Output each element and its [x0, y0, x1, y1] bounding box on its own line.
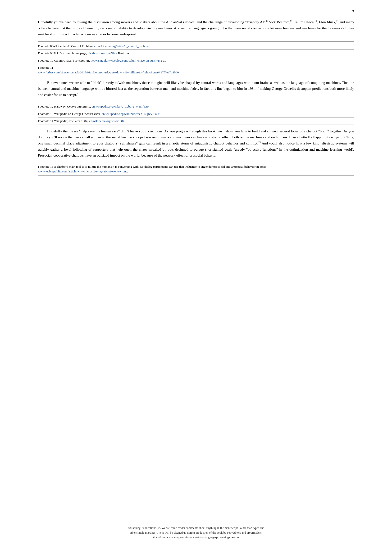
footnote-12-text: Haraway, [53, 105, 67, 108]
main-content: Hopefully you've been following the disc… [38, 19, 354, 175]
page-number: 7 [352, 9, 354, 14]
footnote-group-12-14: Footnote 12 Haraway, Cyborg Manifesto, e… [38, 102, 354, 125]
footnote-13: Footnote 13 Wikipedia on George Orwell's… [38, 110, 354, 118]
footnote-ref-9: 9 [290, 20, 292, 22]
footer-line-2: other simple mistakes. These will be cle… [0, 530, 392, 535]
footnote-9-link[interactable]: nickbostrom.com/Nick [88, 51, 117, 55]
footnote-9-after: Bostrom [117, 51, 129, 55]
footnote-13-label: Footnote 13 [38, 112, 53, 116]
ai-control-problem-italic: AI Control Problem [166, 20, 196, 24]
footnote-10-italic: Surviving AI, [73, 59, 90, 62]
paragraph-1: Hopefully you've been following the disc… [38, 19, 354, 37]
footnote-ref-15: 15 [258, 141, 260, 144]
footnote-ref-12: 12 [256, 86, 259, 89]
footnote-10: Footnote 10 Calum Chace, Surviving AI, w… [38, 57, 354, 64]
footer-line-3: https://forums.manning.com/forums/natura… [0, 535, 392, 540]
footnote-9: Footnote 9 Nick Bostrom, home page, nick… [38, 50, 354, 57]
page: 7 Hopefully you've been following the di… [0, 0, 392, 554]
footnote-12: Footnote 12 Haraway, Cyborg Manifesto, e… [38, 103, 354, 110]
footnote-12-label: Footnote 12 [38, 105, 53, 108]
footnote-8-label: Footnote 8 [38, 44, 52, 48]
footnote-11-link[interactable]: www.forbes.com/sites/ericmack/2015/01/15… [38, 71, 179, 74]
footnote-14-link[interactable]: en.wikipedia.org/wiki/1984 [89, 119, 124, 123]
footnote-15-label: Footnote 15 [38, 165, 53, 168]
footnote-15-link[interactable]: www.techrepublic.com/article/why-microso… [38, 170, 128, 173]
footnote-8-text: Wikipedia, AI Control Problem, [52, 44, 94, 48]
paragraph-2: But even once we are able to "think" dir… [38, 80, 354, 98]
footnote-ref-8: 8 [266, 20, 268, 22]
footnote-15: Footnote 15 A chatbot's main tool is to … [38, 164, 354, 174]
footnote-group-8-11: Footnote 8 Wikipedia, AI Control Problem… [38, 42, 354, 76]
footnote-15-text: A chatbot's main tool is to mimic the hu… [53, 165, 266, 168]
footnote-10-text: Calum Chace, [53, 59, 73, 62]
footnote-12-section: Footnote 12 Haraway, Cyborg Manifesto, e… [38, 102, 354, 125]
footnote-13-italic: 1984, [94, 112, 101, 116]
footnote-8-link[interactable]: en.wikipedia.org/wiki/AI_control_problem [94, 44, 150, 48]
footnote-12-link[interactable]: en.wikipedia.org/wiki/A_Cyborg_Manifesto [92, 105, 149, 108]
footnote-12-italic: Cyborg Manifesto, [67, 105, 91, 108]
footnote-ref-1314: 1314 [77, 92, 81, 95]
footnote-10-label: Footnote 10 [38, 59, 53, 62]
footnote-13-link[interactable]: en.wikipedia.org/wiki/Nineteen_Eighty-Fo… [102, 112, 159, 116]
footnote-15-section: Footnote 15 A chatbot's main tool is to … [38, 163, 354, 176]
footnote-ref-10: 10 [315, 20, 317, 22]
footer-line-1: ©Manning Publications Co. We welcome rea… [0, 526, 392, 530]
footnote-8: Footnote 8 Wikipedia, AI Control Problem… [38, 43, 354, 50]
footnote-9-text: Nick Bostrom, home page, [52, 51, 88, 55]
footnote-11: Footnote 11 www.forbes.com/sites/ericmac… [38, 64, 354, 76]
paragraph-3: Hopefully the phrase "help save the huma… [38, 128, 354, 159]
page-footer: ©Manning Publications Co. We welcome rea… [0, 526, 392, 540]
footnote-8-section: Footnote 8 Wikipedia, AI Control Problem… [38, 42, 354, 76]
footnote-14-text: Wikipedia, The Year 1984, [53, 119, 89, 123]
para1-text: Hopefully you've been following the disc… [38, 20, 354, 36]
footnote-11-label: Footnote 11 [38, 65, 354, 70]
footnote-9-label: Footnote 9 [38, 51, 52, 55]
footnote-ref-11: 11 [336, 20, 338, 22]
footnote-14-label: Footnote 14 [38, 119, 53, 123]
footnote-13-text: Wikipedia on George Orwell's [53, 112, 94, 116]
footnote-14: Footnote 14 Wikipedia, The Year 1984, en… [38, 118, 354, 125]
footnote-10-link[interactable]: www.singularityweblog.com/calum-chace-on… [91, 59, 166, 62]
